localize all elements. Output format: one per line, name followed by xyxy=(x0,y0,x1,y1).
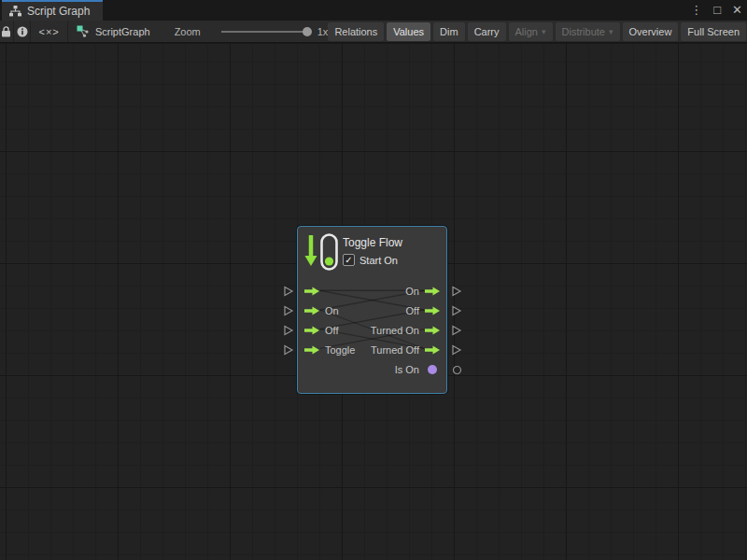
input-port-enter[interactable] xyxy=(304,287,325,296)
tab-strip: Script Graph ⋮ □ ✕ xyxy=(0,0,747,21)
external-output-port[interactable] xyxy=(451,344,462,356)
port-row: Is On xyxy=(298,359,446,379)
values-button[interactable]: Values xyxy=(387,22,430,41)
flow-arrow-icon xyxy=(304,306,319,315)
port-row: On Off xyxy=(298,301,446,320)
zoom-value: 1x xyxy=(317,26,329,37)
code-view-button[interactable]: <×> xyxy=(31,21,68,42)
zoom-slider-handle[interactable] xyxy=(303,27,312,36)
zoom-control: Zoom 1x xyxy=(175,26,329,37)
script-graph-asset-icon xyxy=(77,25,90,37)
external-input-port[interactable] xyxy=(283,325,294,336)
info-button[interactable] xyxy=(14,21,31,42)
external-input-port[interactable] xyxy=(283,305,294,316)
script-graph-window: Script Graph ⋮ □ ✕ <×> xyxy=(0,0,747,560)
zoom-slider[interactable] xyxy=(221,26,311,37)
flow-arrow-icon xyxy=(425,326,440,335)
dim-button[interactable]: Dim xyxy=(433,22,465,41)
tab-script-graph[interactable]: Script Graph xyxy=(2,0,103,21)
output-port-off[interactable]: Off xyxy=(406,305,440,316)
zoom-slider-track[interactable] xyxy=(221,31,311,33)
chevron-down-icon: ▾ xyxy=(609,27,613,36)
zoom-label: Zoom xyxy=(175,26,201,37)
carry-button[interactable]: Carry xyxy=(468,22,506,41)
node-header: Toggle Flow ✓ Start On xyxy=(304,232,402,272)
relations-button[interactable]: Relations xyxy=(328,22,384,41)
code-icon: <×> xyxy=(38,26,59,37)
port-rows: On On Off xyxy=(298,281,446,379)
graph-canvas[interactable]: Toggle Flow ✓ Start On xyxy=(0,44,747,560)
info-icon xyxy=(17,26,28,37)
output-port-is-on[interactable]: Is On xyxy=(395,364,440,375)
port-row: On xyxy=(298,281,446,301)
toggle-flow-node[interactable]: Toggle Flow ✓ Start On xyxy=(297,226,447,394)
maximize-icon[interactable]: □ xyxy=(713,0,721,21)
flow-arrow-icon xyxy=(304,326,319,335)
overview-button[interactable]: Overview xyxy=(623,22,679,41)
graph-breadcrumb[interactable]: ScriptGraph xyxy=(68,25,150,37)
external-output-port[interactable] xyxy=(451,305,462,316)
output-port-turned-on[interactable]: Turned On xyxy=(371,325,440,336)
node-title-block: Toggle Flow ✓ Start On xyxy=(343,232,402,272)
output-port-on[interactable]: On xyxy=(405,286,440,297)
external-input-port[interactable] xyxy=(283,344,294,356)
toolbar-buttons: Relations Values Dim Carry Align ▾ Distr… xyxy=(328,22,747,41)
align-button[interactable]: Align ▾ xyxy=(509,22,553,41)
toggle-flow-icon xyxy=(304,232,338,272)
start-on-label: Start On xyxy=(359,255,398,266)
distribute-button[interactable]: Distribute ▾ xyxy=(556,22,620,41)
input-port-toggle[interactable]: Toggle xyxy=(304,344,355,356)
value-port-icon xyxy=(428,365,437,374)
port-row: Off Turned On xyxy=(298,320,446,340)
flow-arrow-icon xyxy=(425,345,440,355)
flow-arrow-icon xyxy=(304,345,319,355)
lock-button[interactable] xyxy=(0,21,14,42)
chevron-down-icon: ▾ xyxy=(542,27,546,36)
lock-icon xyxy=(1,26,11,37)
input-port-off[interactable]: Off xyxy=(304,325,338,336)
input-port-on[interactable]: On xyxy=(304,305,339,316)
window-controls: ⋮ □ ✕ xyxy=(690,0,742,21)
external-input-port[interactable] xyxy=(283,286,294,297)
flow-arrow-icon xyxy=(304,287,319,296)
external-value-port[interactable] xyxy=(452,365,462,375)
start-on-setting: ✓ Start On xyxy=(343,254,402,266)
graph-name-label: ScriptGraph xyxy=(95,26,150,37)
external-output-port[interactable] xyxy=(451,325,462,336)
script-graph-hierarchy-icon xyxy=(9,6,21,17)
fullscreen-button[interactable]: Full Screen xyxy=(681,22,746,41)
graph-toolbar: <×> ScriptGraph Zoom 1x Relations Values… xyxy=(0,21,747,43)
tab-label: Script Graph xyxy=(27,5,90,18)
node-title: Toggle Flow xyxy=(343,236,402,249)
flow-arrow-icon xyxy=(425,287,440,296)
output-port-turned-off[interactable]: Turned Off xyxy=(371,344,440,356)
port-row: Toggle Turned Off xyxy=(298,340,446,359)
window-menu-icon[interactable]: ⋮ xyxy=(690,0,702,21)
flow-arrow-icon xyxy=(425,306,440,315)
checkmark-icon: ✓ xyxy=(345,255,352,265)
close-icon[interactable]: ✕ xyxy=(732,0,742,21)
start-on-checkbox[interactable]: ✓ xyxy=(343,254,355,266)
external-output-port[interactable] xyxy=(451,286,462,297)
